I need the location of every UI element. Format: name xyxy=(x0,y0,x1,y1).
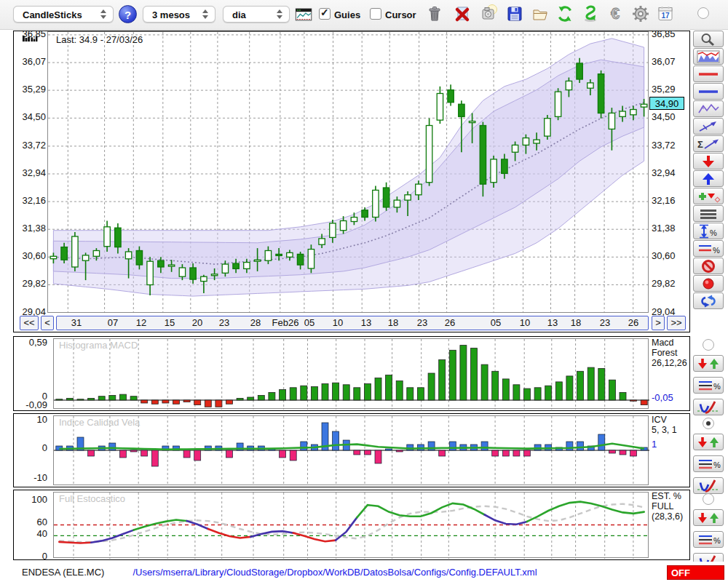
y-axis-label: 36,85 xyxy=(652,28,676,39)
help-button[interactable]: ? xyxy=(119,5,137,23)
date-label: 20 xyxy=(192,317,202,328)
price-plot[interactable] xyxy=(47,31,649,313)
icv-y-zero: 0 xyxy=(15,442,47,453)
forbidden-icon xyxy=(703,261,714,272)
guies-checkbox[interactable] xyxy=(319,8,331,20)
icv-plot[interactable] xyxy=(53,415,649,485)
stoch-radio[interactable] xyxy=(703,493,714,505)
date-label: 18 xyxy=(571,317,581,328)
y-axis-label: 36,07 xyxy=(652,56,676,67)
macd-percent-lines-button[interactable]: % xyxy=(693,377,724,394)
add-signal-button[interactable] xyxy=(693,188,724,204)
sigma-trend-button[interactable]: Σ xyxy=(693,135,724,152)
magnifier-button[interactable] xyxy=(693,31,724,47)
stoch-percent-lines-button[interactable]: % xyxy=(693,531,724,548)
date-label: 05 xyxy=(491,317,501,328)
macd-down-up-arrows-button[interactable] xyxy=(693,355,724,372)
snapshot-icon[interactable] xyxy=(478,4,499,24)
zigzag-button[interactable] xyxy=(693,100,724,117)
nav-right-button[interactable]: > xyxy=(652,316,665,330)
macd-plot[interactable] xyxy=(53,338,649,409)
interval-select[interactable]: dia xyxy=(223,6,290,23)
macd-radio[interactable] xyxy=(703,339,714,351)
stoch-settings-label: EST. %FULL(28,3,6) xyxy=(652,491,683,522)
chart-type-select[interactable]: CandleSticks xyxy=(13,6,114,23)
stoch-y-label: 0 xyxy=(15,551,47,562)
cursor-checkbox[interactable] xyxy=(370,8,381,20)
trend-arrow-button[interactable] xyxy=(693,118,724,135)
macd-settings-label: MacdForest26,12,26 xyxy=(652,338,687,368)
delete-x-icon[interactable] xyxy=(452,4,472,24)
trash-icon[interactable] xyxy=(424,4,445,24)
red-line-button[interactable] xyxy=(693,65,724,82)
y-axis-label: 35,29 xyxy=(14,84,46,95)
date-label: 18 xyxy=(388,317,398,328)
stoch-y-label: 100 xyxy=(15,494,47,505)
open-folder-icon[interactable] xyxy=(530,4,550,24)
v-curve-icon xyxy=(697,480,719,491)
rows-button[interactable] xyxy=(693,205,724,222)
nav-left-button[interactable]: < xyxy=(41,316,54,330)
vertical-percent-icon: % xyxy=(700,225,717,238)
arrow-up-blue-icon xyxy=(703,173,714,185)
refresh-icon[interactable] xyxy=(555,4,575,24)
nav-far-left-button[interactable]: << xyxy=(20,316,39,330)
stoch-plot[interactable] xyxy=(53,492,649,558)
percent-lines-icon: % xyxy=(699,461,721,469)
date-label: 13 xyxy=(547,317,558,328)
save-icon[interactable] xyxy=(505,4,525,24)
period-select[interactable]: 3 mesos xyxy=(143,6,215,23)
blue-line-button[interactable] xyxy=(693,83,724,100)
vertical-percent-button[interactable]: % xyxy=(693,223,724,239)
icv-percent-lines-button[interactable]: % xyxy=(693,455,724,472)
date-label: 28 xyxy=(250,317,261,328)
stoch-down-up-arrows-button[interactable] xyxy=(693,509,724,526)
calendar-icon[interactable]: 17 xyxy=(655,4,676,24)
date-label: 07 xyxy=(108,317,118,328)
nav-far-right-button[interactable]: >> xyxy=(667,316,686,330)
icv-v-curve-button[interactable] xyxy=(693,477,724,494)
panel-chart-button[interactable] xyxy=(693,48,724,65)
icv-chart-svg xyxy=(54,416,649,486)
last-price-label: Last: 34.9 - 27/03/26 xyxy=(56,34,143,45)
sync-icon[interactable] xyxy=(580,4,601,24)
macd-value-label: -0,05 xyxy=(652,392,673,403)
icv-radio[interactable] xyxy=(703,418,714,429)
y-axis-label: 31,38 xyxy=(652,223,676,234)
toolbar-radio[interactable] xyxy=(697,7,709,19)
date-strip[interactable]: 31071215202328Feb26051013182326051013182… xyxy=(56,316,649,330)
chevron-updown-icon xyxy=(100,9,108,20)
date-label: 23 xyxy=(600,317,610,328)
last-price-tag: 34,90 xyxy=(649,97,684,110)
mini-chart-icon[interactable] xyxy=(294,4,314,24)
toolbar: CandleSticks ? 3 mesos dia Guies Cursor … xyxy=(0,0,728,30)
icv-panel: Indice Calidad Vela 10 0 -10 ICV5, 3, 1 … xyxy=(13,413,690,487)
icv-value-label: 1 xyxy=(652,439,657,450)
y-axis-label: 34,50 xyxy=(14,111,46,122)
date-label: 13 xyxy=(361,317,371,328)
swap-arrows-button[interactable] xyxy=(693,292,724,309)
arrow-down-red-button[interactable] xyxy=(693,153,724,170)
sigma-trend-icon: Σ xyxy=(697,139,719,150)
stochastic-panel: Full Estocastico 10060400 EST. %FULL(28,… xyxy=(13,490,690,560)
arrow-up-blue-button[interactable] xyxy=(693,170,724,187)
record-button[interactable] xyxy=(693,275,724,292)
y-axis-label: 36,07 xyxy=(14,56,46,67)
config-path-link[interactable]: /Users/mserra/Library/CloudStorage/Dropb… xyxy=(0,567,670,578)
date-label: 10 xyxy=(333,317,343,328)
record-icon xyxy=(703,279,713,289)
y-axis-label: 35,29 xyxy=(652,84,676,95)
macd-v-curve-button[interactable] xyxy=(693,399,724,415)
zigzag-icon xyxy=(699,105,719,113)
interval-value: dia xyxy=(232,9,246,20)
arrow-down-red-icon xyxy=(703,156,714,167)
date-label: 10 xyxy=(520,317,530,328)
icv-down-up-arrows-button[interactable] xyxy=(693,434,724,450)
settings-gear-icon[interactable] xyxy=(630,4,651,24)
euro-icon[interactable]: € xyxy=(605,4,625,24)
date-label: 15 xyxy=(165,317,175,328)
tools-sidebar: Σ%% xyxy=(693,31,727,310)
off-button[interactable]: OFF xyxy=(667,565,724,580)
forbidden-button[interactable] xyxy=(693,258,724,274)
horizontal-percent-button[interactable]: % xyxy=(693,240,724,257)
